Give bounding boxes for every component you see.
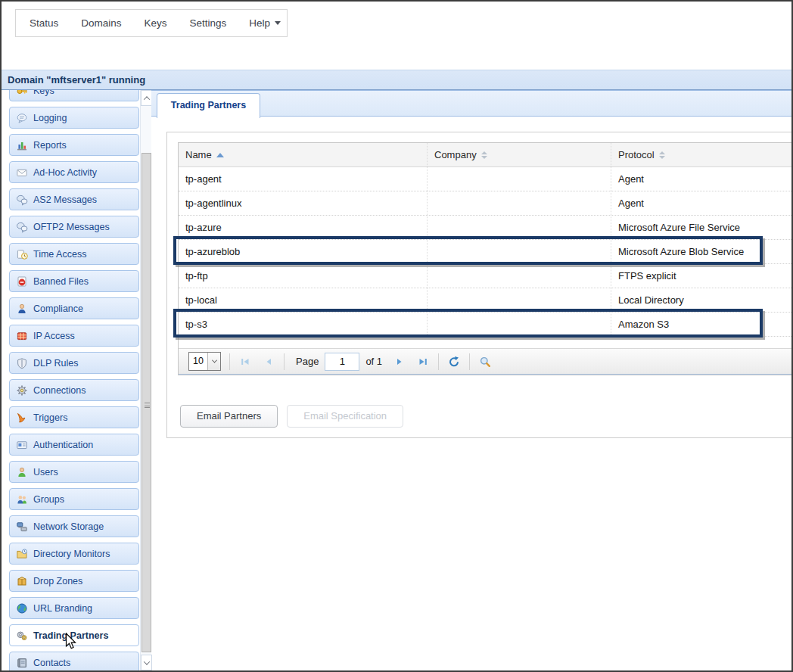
sidebar-item-reports[interactable]: Reports <box>9 134 139 156</box>
sidebar-item-banned-files[interactable]: Banned Files <box>9 270 139 292</box>
search-icon <box>479 356 491 368</box>
sidebar-item-drop-zones[interactable]: Drop Zones <box>9 570 139 592</box>
gear-icon <box>16 384 28 397</box>
sidebar-item-logging[interactable]: Logging <box>9 107 139 129</box>
sidebar-item-url-branding[interactable]: URL Branding <box>9 597 139 619</box>
cell-name: tp-local <box>179 288 428 312</box>
sort-ascending-icon <box>216 153 224 157</box>
sort-both-icon <box>659 151 665 159</box>
sidebar-item-triggers[interactable]: Triggers <box>9 406 139 428</box>
table-row-tp-azure[interactable]: tp-azureMicrosoft Azure File Service <box>179 216 793 240</box>
table-row-tp-agentlinux[interactable]: tp-agentlinuxAgent <box>179 191 793 216</box>
clock-document-icon <box>16 248 28 260</box>
tab-strip: Trading Partners <box>151 90 791 117</box>
tab-trading-partners[interactable]: Trading Partners <box>157 93 260 118</box>
sidebar-item-users[interactable]: Users <box>9 461 139 483</box>
sidebar-item-oftp2-messages[interactable]: OFTP2 Messages <box>9 216 139 238</box>
column-header-label: Company <box>434 149 477 160</box>
first-page-button[interactable] <box>238 355 252 369</box>
menu-item-domains[interactable]: Domains <box>81 17 121 29</box>
page-label: Page <box>296 356 319 367</box>
banned-file-icon <box>16 275 28 288</box>
sidebar-item-as2-messages[interactable]: AS2 Messages <box>9 188 139 210</box>
sidebar-item-label: Contacts <box>33 658 70 668</box>
table-row-tp-ftp[interactable]: tp-ftpFTPS explicit <box>179 264 793 288</box>
menu-item-settings[interactable]: Settings <box>190 17 227 29</box>
toolbar-separator <box>229 353 230 370</box>
id-card-icon <box>16 439 28 451</box>
page-number-input[interactable] <box>325 353 359 371</box>
refresh-button[interactable] <box>447 355 461 369</box>
sidebar-item-network-storage[interactable]: Network Storage <box>9 515 139 537</box>
sidebar-item-label: Time Access <box>33 249 86 260</box>
sidebar-item-trading-partners[interactable]: Trading Partners <box>9 624 139 646</box>
toolbar-separator <box>469 353 470 370</box>
trigger-arrow-icon <box>16 412 28 424</box>
column-header-company[interactable]: Company <box>428 143 611 166</box>
sidebar-item-label: Ad-Hoc Activity <box>33 167 97 178</box>
select-dropdown-button[interactable] <box>207 353 220 370</box>
cell-company <box>428 191 611 215</box>
sidebar-scrollbar[interactable] <box>140 90 151 670</box>
sidebar-item-label: IP Access <box>33 331 75 341</box>
scroll-up-button[interactable] <box>141 90 152 106</box>
table-row-tp-local[interactable]: tp-localLocal Directory <box>179 288 793 313</box>
address-book-icon <box>16 657 28 669</box>
search-button[interactable] <box>478 355 492 369</box>
sidebar-item-ad-hoc-activity[interactable]: Ad-Hoc Activity <box>9 161 139 183</box>
cell-protocol: Local Directory <box>611 288 793 312</box>
sidebar: KeysLoggingReportsAd-Hoc ActivityAS2 Mes… <box>2 90 140 670</box>
scrollbar-thumb[interactable] <box>141 153 151 652</box>
cell-protocol: Amazon S3 <box>611 313 793 336</box>
cell-name: tp-agent <box>179 167 428 191</box>
sidebar-item-ip-access[interactable]: IP Access <box>9 325 139 347</box>
sidebar-item-dlp-rules[interactable]: DLP Rules <box>9 352 139 374</box>
prev-page-icon <box>263 356 275 368</box>
column-header-protocol[interactable]: Protocol <box>611 143 793 166</box>
column-header-name[interactable]: Name <box>179 143 428 166</box>
email-partners-button[interactable]: Email Partners <box>180 405 278 428</box>
toolbar-separator <box>438 353 439 370</box>
menu-item-help[interactable]: Help <box>249 17 281 29</box>
sidebar-item-connections[interactable]: Connections <box>9 379 139 401</box>
scroll-down-button[interactable] <box>141 655 152 670</box>
table-row-tp-azureblob[interactable]: tp-azureblobMicrosoft Azure Blob Service <box>179 240 793 264</box>
ip-grid-icon <box>16 330 28 342</box>
menu-item-label: Domains <box>81 17 121 29</box>
table-body: tp-agentAgenttp-agentlinuxAgenttp-azureM… <box>179 167 793 337</box>
sort-both-icon <box>481 151 487 159</box>
cell-protocol: Microsoft Azure Blob Service <box>611 240 793 263</box>
cell-protocol: Microsoft Azure File Service <box>611 216 793 239</box>
last-page-button[interactable] <box>416 355 430 369</box>
globe-icon <box>16 602 28 614</box>
next-page-button[interactable] <box>393 355 406 369</box>
domain-status-banner: Domain "mftserver1" running <box>2 70 791 90</box>
menubar: StatusDomainsKeysSettingsHelp <box>15 9 288 37</box>
sidebar-item-compliance[interactable]: Compliance <box>9 297 139 319</box>
shield-icon <box>16 357 28 369</box>
sidebar-item-label: Directory Monitors <box>33 549 110 559</box>
trading-partners-table: Name Company Protocol tp-agentAgenttp-ag… <box>178 142 793 375</box>
chevron-up-icon <box>143 96 149 102</box>
table-row-tp-s3[interactable]: tp-s3Amazon S3 <box>179 313 793 337</box>
menu-item-keys[interactable]: Keys <box>145 17 167 29</box>
prev-page-button[interactable] <box>262 355 275 369</box>
sidebar-item-directory-monitors[interactable]: Directory Monitors <box>9 543 139 565</box>
sidebar-item-contacts[interactable]: Contacts <box>9 652 139 670</box>
sidebar-item-keys[interactable]: Keys <box>9 90 139 101</box>
page-size-select[interactable]: 10 <box>188 352 221 371</box>
sidebar-item-authentication[interactable]: Authentication <box>9 434 139 456</box>
email-specification-button[interactable]: Email Specification <box>287 405 403 428</box>
app-window: StatusDomainsKeysSettingsHelp Domain "mf… <box>0 0 793 672</box>
sidebar-item-groups[interactable]: Groups <box>9 488 139 510</box>
people-icon <box>16 493 28 506</box>
gears-pair-icon <box>16 630 28 642</box>
sidebar-item-time-access[interactable]: Time Access <box>9 243 139 265</box>
sidebar-item-label: AS2 Messages <box>33 194 97 205</box>
sidebar-item-label: Connections <box>33 385 86 396</box>
menu-item-status[interactable]: Status <box>30 17 58 29</box>
table-header-row: Name Company Protocol <box>179 143 793 167</box>
table-row-tp-agent[interactable]: tp-agentAgent <box>179 167 793 191</box>
menu-item-label: Settings <box>190 17 227 29</box>
refresh-icon <box>448 356 460 368</box>
